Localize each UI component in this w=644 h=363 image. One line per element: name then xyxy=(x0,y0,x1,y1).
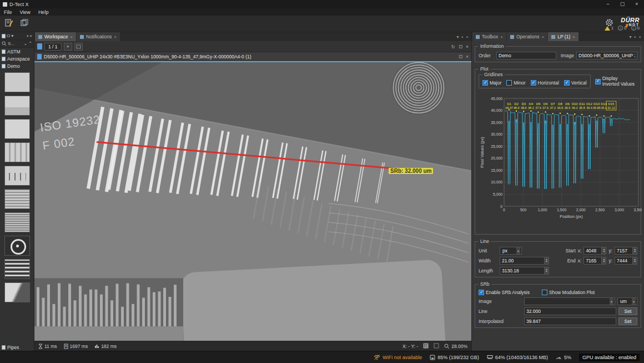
thumbnail[interactable] xyxy=(4,119,30,139)
thumbnail[interactable] xyxy=(4,282,30,302)
tab-workspace[interactable]: Workspace × xyxy=(35,32,76,41)
xray-image[interactable] xyxy=(34,62,471,341)
search-icon[interactable] xyxy=(2,41,7,46)
close-icon[interactable]: × xyxy=(572,34,575,39)
show-modulation-checkbox[interactable]: Show Modulation Plot xyxy=(542,290,595,295)
length-field[interactable]: ▲▼ xyxy=(500,267,549,275)
unit-select[interactable]: px▾ xyxy=(500,247,522,255)
gridlines-major-checkbox[interactable]: Major xyxy=(482,80,501,86)
checkbox[interactable] xyxy=(506,80,512,86)
thumbnail[interactable] xyxy=(4,142,30,162)
image-tab[interactable]: D5000-HR_500006_UHIP 24x30 #B3E3NU_Yxlon… xyxy=(34,52,471,61)
histogram-icon xyxy=(94,344,99,349)
close-button[interactable]: × xyxy=(630,0,644,8)
tab-lp[interactable]: LP (1) × xyxy=(548,32,578,41)
fit-view-icon[interactable]: ⊡ xyxy=(459,54,462,59)
spinner[interactable]: ▲▼ xyxy=(601,247,606,255)
search-input[interactable]: S... xyxy=(8,41,14,46)
spinner[interactable]: ▲▼ xyxy=(544,257,549,265)
thumbnail[interactable] xyxy=(4,259,30,279)
image-viewer[interactable]: ISO 19232 F 002 SRb: 32.000 um xyxy=(34,61,471,341)
menu-file[interactable]: File xyxy=(0,9,16,15)
thumbnail[interactable] xyxy=(4,96,30,116)
image-field[interactable] xyxy=(576,52,637,59)
images-button[interactable] xyxy=(18,17,31,28)
fit-view-icon[interactable]: ⊡ xyxy=(459,44,462,49)
srb-line-field[interactable] xyxy=(524,307,616,315)
close-icon[interactable]: × xyxy=(466,54,469,59)
width-field[interactable]: ▲▼ xyxy=(500,257,549,265)
menu-view[interactable]: View xyxy=(16,9,34,15)
report-edit-button[interactable] xyxy=(3,17,15,28)
viewer-toolbar: 1 / 1 + ↻ ⊡ × xyxy=(34,41,471,52)
checkbox[interactable] xyxy=(564,80,570,86)
pin-icon[interactable]: ▪ xyxy=(27,33,28,38)
menu-help[interactable]: Help xyxy=(34,9,53,15)
checkbox[interactable] xyxy=(595,79,601,84)
enable-srb-checkbox[interactable]: Enable SRb Analysis xyxy=(479,290,530,295)
zoom-level[interactable]: 28.00% xyxy=(444,344,467,349)
collapse-all-icon[interactable]: ⌃ xyxy=(28,41,32,46)
expand-all-icon[interactable]: ⌄ xyxy=(24,41,28,46)
pin-icon[interactable]: ▪ xyxy=(461,34,463,39)
tab-notifications[interactable]: Notifications × xyxy=(77,32,120,41)
thumbnail[interactable] xyxy=(4,212,30,232)
order-field[interactable] xyxy=(496,52,556,59)
app-statusbar: WiFi not available 85% (199/232 GB) 64% … xyxy=(0,351,644,363)
close-icon[interactable]: × xyxy=(500,34,503,39)
gridlines-horizontal-checkbox[interactable]: Horizontal xyxy=(531,80,559,86)
tab-operations[interactable]: Operations × xyxy=(507,32,547,41)
tree-item-demo[interactable]: Demo xyxy=(0,62,34,69)
gridlines-minor-checkbox[interactable]: Minor xyxy=(506,80,525,86)
chevron-down-icon[interactable]: ▾ xyxy=(11,33,13,38)
thumbnail[interactable] xyxy=(4,72,30,92)
thumbnail[interactable] xyxy=(4,166,30,186)
refresh-icon[interactable]: ↻ xyxy=(451,44,455,49)
tab-toolbox[interactable]: Toolbox × xyxy=(472,32,506,41)
add-view-button[interactable]: + xyxy=(64,43,72,51)
minimize-button[interactable]: – xyxy=(601,0,615,8)
gridlines-vertical-checkbox[interactable]: Vertical xyxy=(564,80,587,86)
close-icon[interactable]: × xyxy=(542,34,545,39)
close-icon[interactable]: × xyxy=(466,44,469,49)
tree-item-pipes[interactable]: Pipes xyxy=(0,344,34,351)
spinner[interactable]: ▲▼ xyxy=(632,257,637,265)
pixel-grid-button[interactable] xyxy=(434,343,439,350)
grid-toggle-button[interactable] xyxy=(423,343,429,350)
maximize-button[interactable]: ▢ xyxy=(615,0,630,8)
info-badge[interactable]: i0 xyxy=(618,26,626,31)
spinner[interactable]: ▲▼ xyxy=(601,257,606,265)
checkbox[interactable] xyxy=(542,290,547,295)
end-x-field[interactable]: ▲▼ xyxy=(583,257,606,265)
spinner[interactable]: ▲▼ xyxy=(632,247,637,255)
close-icon[interactable]: × xyxy=(29,33,32,38)
notice-badge[interactable]: i0 xyxy=(631,26,640,31)
start-y-field[interactable]: ▲▼ xyxy=(615,247,637,255)
srb-image-select[interactable]: ▾ xyxy=(524,297,615,305)
checkbox[interactable] xyxy=(531,80,536,86)
rect-select-button[interactable] xyxy=(74,43,83,51)
start-x-field[interactable]: ▲▼ xyxy=(583,247,606,255)
srb-interpolated-field[interactable] xyxy=(524,317,616,325)
close-icon[interactable]: × xyxy=(638,34,641,39)
end-y-field[interactable]: ▲▼ xyxy=(615,257,637,265)
display-inverted-checkbox[interactable]: Display Inverted Values xyxy=(595,76,636,87)
spinner[interactable]: ▲▼ xyxy=(544,267,549,275)
pin-icon[interactable]: ▪ xyxy=(634,34,636,39)
close-icon[interactable]: × xyxy=(114,34,117,39)
srb-interpolated-set-button[interactable]: Set xyxy=(618,317,637,325)
srb-unit-select[interactable]: um▾ xyxy=(617,297,637,305)
close-icon[interactable]: × xyxy=(70,34,73,39)
tree-item-astm[interactable]: ASTM xyxy=(0,48,34,55)
srb-line-set-button[interactable]: Set xyxy=(618,307,637,315)
thumbnail[interactable] xyxy=(4,236,30,256)
chevron-down-icon[interactable]: ▾ xyxy=(629,34,631,39)
close-icon[interactable]: × xyxy=(466,34,469,39)
memory-icon xyxy=(487,355,493,360)
tree-item-aerospace[interactable]: Aerospace xyxy=(0,55,34,62)
checkbox[interactable] xyxy=(482,80,488,86)
thumbnail[interactable] xyxy=(4,189,30,209)
chevron-down-icon[interactable]: ▾ xyxy=(456,34,459,39)
checkbox[interactable] xyxy=(479,290,484,295)
warning-badge[interactable]: 1 xyxy=(605,26,613,31)
